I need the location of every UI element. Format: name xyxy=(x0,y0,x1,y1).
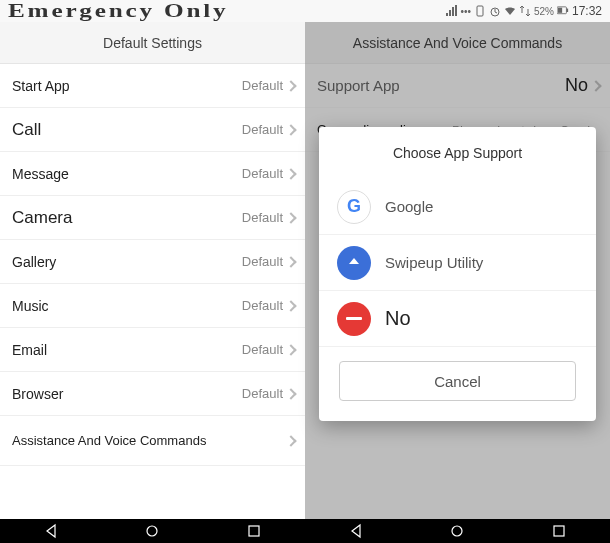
chevron-right-icon xyxy=(285,435,296,446)
data-icon xyxy=(519,5,531,17)
row-message[interactable]: MessageDefault xyxy=(0,152,305,196)
row-label: Assistance And Voice Commands xyxy=(12,433,206,448)
back-button[interactable] xyxy=(348,523,364,539)
more-icon: ••• xyxy=(460,6,471,17)
row-email[interactable]: EmailDefault xyxy=(0,328,305,372)
back-button[interactable] xyxy=(43,523,59,539)
alarm-icon xyxy=(489,5,501,17)
chevron-right-icon xyxy=(285,212,296,223)
row-label: Music xyxy=(12,298,49,314)
battery-icon xyxy=(557,5,569,17)
row-camera[interactable]: CameraDefault xyxy=(0,196,305,240)
option-label: No xyxy=(385,307,411,330)
chevron-right-icon xyxy=(285,168,296,179)
row-value: Default xyxy=(242,78,283,93)
left-screen: Default Settings Start AppDefault CallDe… xyxy=(0,22,305,519)
dialog-footer: Cancel xyxy=(319,347,596,421)
navigation-bar xyxy=(0,519,610,543)
row-value: Default xyxy=(242,342,283,357)
home-button[interactable] xyxy=(144,523,160,539)
left-header: Default Settings xyxy=(0,22,305,64)
time-text: 17:32 xyxy=(572,4,602,18)
status-bar-right: ••• 52% 17:32 xyxy=(445,4,602,18)
left-list: Start AppDefault CallDefault MessageDefa… xyxy=(0,64,305,519)
right-screen: Assistance And Voice Commands Support Ap… xyxy=(305,22,610,519)
option-google[interactable]: G Google xyxy=(319,179,596,235)
svg-rect-4 xyxy=(566,9,568,12)
cancel-button[interactable]: Cancel xyxy=(339,361,576,401)
row-value: Default xyxy=(242,122,283,137)
left-header-title: Default Settings xyxy=(103,35,202,51)
dialog-title: Choose App Support xyxy=(319,145,596,161)
battery-text: 52% xyxy=(534,6,554,17)
chevron-right-icon xyxy=(285,256,296,267)
row-value: Default xyxy=(242,298,283,313)
row-browser[interactable]: BrowserDefault xyxy=(0,372,305,416)
swipeup-icon xyxy=(337,246,371,280)
carrier-text: Emergency Only xyxy=(8,1,228,22)
row-label: Gallery xyxy=(12,254,56,270)
nav-right xyxy=(305,519,610,543)
row-assistance[interactable]: Assistance And Voice Commands xyxy=(0,416,305,466)
row-value: Default xyxy=(242,386,283,401)
wifi-icon xyxy=(504,5,516,17)
row-music[interactable]: MusicDefault xyxy=(0,284,305,328)
status-bar: Emergency Only ••• 52% 17:32 xyxy=(0,0,610,22)
home-button[interactable] xyxy=(449,523,465,539)
chevron-right-icon xyxy=(285,124,296,135)
svg-rect-0 xyxy=(477,6,483,16)
row-gallery[interactable]: GalleryDefault xyxy=(0,240,305,284)
signal-icon xyxy=(445,5,457,17)
option-label: Google xyxy=(385,198,433,215)
row-label: Call xyxy=(12,120,41,140)
svg-rect-8 xyxy=(554,526,564,536)
nav-left xyxy=(0,519,305,543)
no-icon xyxy=(337,302,371,336)
svg-point-5 xyxy=(147,526,157,536)
google-icon: G xyxy=(337,190,371,224)
svg-point-7 xyxy=(452,526,462,536)
option-swipeup[interactable]: Swipeup Utility xyxy=(319,235,596,291)
chevron-right-icon xyxy=(285,300,296,311)
recent-button[interactable] xyxy=(551,523,567,539)
option-no[interactable]: No xyxy=(319,291,596,347)
option-label: Swipeup Utility xyxy=(385,254,483,271)
recent-button[interactable] xyxy=(246,523,262,539)
chevron-right-icon xyxy=(285,388,296,399)
row-start-app[interactable]: Start AppDefault xyxy=(0,64,305,108)
row-value: Default xyxy=(242,210,283,225)
row-label: Browser xyxy=(12,386,63,402)
svg-rect-3 xyxy=(558,8,562,13)
row-value: Default xyxy=(242,166,283,181)
row-label: Camera xyxy=(12,208,72,228)
chevron-right-icon xyxy=(285,344,296,355)
row-value: Default xyxy=(242,254,283,269)
row-label: Email xyxy=(12,342,47,358)
svg-rect-6 xyxy=(249,526,259,536)
vibrate-icon xyxy=(474,5,486,17)
row-call[interactable]: CallDefault xyxy=(0,108,305,152)
row-label: Message xyxy=(12,166,69,182)
row-label: Start App xyxy=(12,78,70,94)
screens-container: Default Settings Start AppDefault CallDe… xyxy=(0,22,610,519)
choose-app-dialog: Choose App Support G Google Swipeup Util… xyxy=(319,127,596,421)
chevron-right-icon xyxy=(285,80,296,91)
